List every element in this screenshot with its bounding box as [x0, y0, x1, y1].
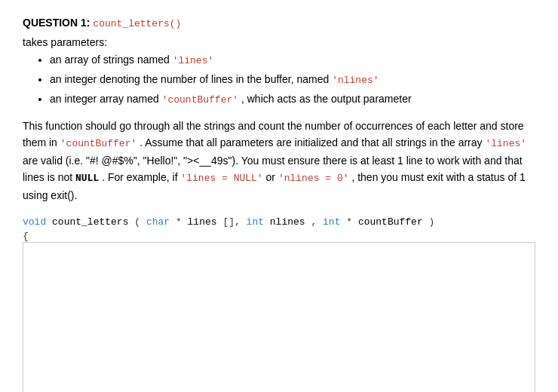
params-list: an array of strings named 'lines' an int…: [50, 51, 535, 109]
param-type-int1: int: [247, 216, 264, 228]
func-paren-open: (: [134, 216, 140, 228]
desc-code-1: 'countBuffer': [60, 138, 136, 149]
desc-text-2: . Assume that all parameters are initial…: [140, 136, 485, 149]
param-text-3b: , which acts as the output parameter: [241, 93, 412, 105]
question-header: QUESTION 1: count_letters(): [23, 15, 535, 32]
func-bracket: [],: [222, 216, 246, 228]
desc-null: NULL: [75, 173, 99, 184]
question-container: QUESTION 1: count_letters() takes parame…: [23, 15, 535, 392]
param-name-lines: lines: [188, 216, 217, 228]
param-type-int2: int: [323, 216, 340, 228]
opening-brace: {: [23, 231, 535, 242]
param-text-1: an array of strings named: [50, 54, 173, 66]
params-intro: takes parameters:: [23, 36, 535, 48]
param-name-nlines: nlines: [270, 216, 305, 228]
desc-text-4: . For example, if: [102, 171, 180, 183]
desc-code-3: 'lines = NULL': [180, 173, 262, 184]
param-name-countbuffer: countBuffer: [358, 216, 423, 228]
func-paren-close: ): [429, 216, 435, 228]
description-block: This function should go through all the …: [23, 118, 535, 204]
function-name-header: count_letters(): [93, 18, 181, 29]
function-signature: void count_letters ( char * lines [], in…: [23, 216, 535, 228]
question-label: QUESTION 1:: [23, 17, 90, 29]
param-code-2: 'nlines': [332, 75, 379, 86]
void-keyword: void: [23, 216, 46, 228]
list-item: an integer denoting the number of lines …: [50, 71, 535, 89]
desc-code-2: 'lines': [485, 138, 526, 149]
func-space2: *: [176, 216, 182, 228]
param-code-3: 'countBuffer': [162, 94, 238, 106]
param-code-1: 'lines': [173, 55, 214, 66]
desc-code-4: 'nlines = 0': [278, 173, 349, 184]
list-item: an integer array named 'countBuffer' , w…: [50, 90, 535, 109]
code-editor-area[interactable]: [23, 242, 535, 392]
param-type-char: char: [146, 216, 170, 228]
desc-text-5: or: [266, 171, 278, 183]
func-name: count_letters: [52, 216, 128, 228]
func-space4: *: [346, 216, 352, 228]
param-text-2: an integer denoting the number of lines …: [50, 73, 332, 85]
func-comma2: ,: [311, 216, 323, 228]
param-text-3: an integer array named: [50, 93, 162, 105]
list-item: an array of strings named 'lines': [50, 51, 535, 69]
